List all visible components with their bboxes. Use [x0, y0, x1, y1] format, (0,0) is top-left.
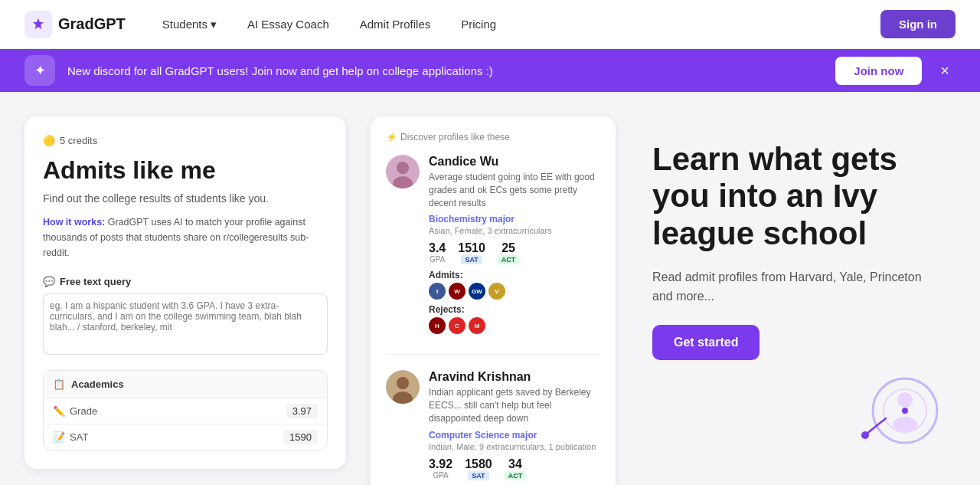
- free-text-icon: 💬: [43, 276, 55, 287]
- svg-point-8: [897, 392, 913, 408]
- svg-point-12: [902, 408, 908, 414]
- logo-text: GradGPT: [58, 15, 126, 33]
- discover-label: ⚡ Discover profiles like these: [386, 132, 600, 143]
- gpa-stat-candice: 3.4 GPA: [429, 241, 446, 264]
- sat-row: 📝 SAT 1590: [44, 424, 327, 450]
- svg-point-4: [397, 377, 409, 389]
- act-stat-aravind: 34 ACT: [505, 457, 527, 480]
- school-badge: W: [449, 283, 466, 300]
- admits-card: 🟡 5 credits Admits like me Find out the …: [24, 116, 346, 469]
- nav-students[interactable]: Students ▾: [150, 11, 229, 38]
- sat-stat-candice: 1510 SAT: [458, 241, 485, 264]
- school-badge: f: [429, 283, 446, 300]
- nav-links: Students ▾ AI Essay Coach Admit Profiles…: [150, 11, 880, 38]
- nav-pricing[interactable]: Pricing: [449, 11, 508, 37]
- profile-desc-aravind: Indian applicant gets saved by Berkeley …: [429, 386, 600, 424]
- academics-header: 📋 Academics: [44, 371, 327, 398]
- profile-aravind[interactable]: Aravind Krishnan Indian applicant gets s…: [386, 370, 600, 485]
- rejects-row-candice: Rejects: H C M: [429, 304, 600, 334]
- gpa-stat-aravind: 3.92 GPA: [429, 457, 452, 480]
- banner-text: New discord for all GradGPT users! Join …: [67, 64, 823, 77]
- signin-button[interactable]: Sign in: [880, 10, 956, 38]
- free-text-label: 💬 Free text query: [43, 276, 328, 287]
- grade-icon: ✏️: [53, 405, 65, 417]
- banner-close-button[interactable]: ×: [934, 59, 956, 83]
- grade-row: ✏️ Grade 3.97: [44, 398, 327, 424]
- main-content: 🟡 5 credits Admits like me Find out the …: [0, 92, 980, 485]
- school-badge: M: [469, 317, 485, 334]
- admit-badges-candice: f W GW V: [429, 283, 600, 300]
- profile-details-candice: Asian, Female, 3 extracurriculars: [429, 226, 600, 235]
- reject-badges-candice: H C M: [429, 317, 600, 334]
- svg-point-11: [861, 431, 869, 439]
- school-badge: C: [449, 317, 466, 334]
- academics-icon: 📋: [53, 378, 65, 390]
- navbar: GradGPT Students ▾ AI Essay Coach Admit …: [0, 0, 980, 49]
- academics-section: 📋 Academics ✏️ Grade 3.97 📝 SAT 1590: [43, 370, 328, 451]
- school-badge: H: [429, 317, 446, 334]
- sat-icon: 📝: [53, 431, 65, 443]
- profiles-card: ⚡ Discover profiles like these Candice W…: [371, 116, 616, 485]
- act-stat-candice: 25 ACT: [498, 241, 520, 264]
- logo-icon: [24, 11, 52, 38]
- profile-desc-candice: Average student going into EE with good …: [429, 171, 600, 209]
- hero-illustration: [851, 372, 943, 452]
- admits-title: Admits like me: [43, 156, 328, 185]
- avatar-candice: [386, 155, 420, 188]
- profile-details-aravind: Indian, Male, 9 extracurriculars, 1 publ…: [429, 442, 600, 451]
- nav-essay-coach[interactable]: AI Essay Coach: [235, 11, 341, 37]
- hero-description: Read admit profiles from Harvard, Yale, …: [652, 267, 943, 306]
- svg-point-1: [397, 162, 409, 174]
- grade-value: 3.97: [286, 404, 318, 418]
- profile-info-candice: Candice Wu Average student going into EE…: [429, 155, 600, 339]
- stats-row-aravind: 3.92 GPA 1580 SAT 34 ACT: [429, 457, 600, 480]
- hero-cta-button[interactable]: Get started: [652, 325, 760, 360]
- announcement-banner: ✦ New discord for all GradGPT users! Joi…: [0, 49, 980, 92]
- sat-stat-aravind: 1580 SAT: [465, 457, 492, 480]
- svg-line-10: [867, 418, 886, 434]
- credits-icon: 🟡: [43, 135, 55, 146]
- admits-row-candice: Admits: f W GW V: [429, 270, 600, 300]
- profile-name-candice: Candice Wu: [429, 155, 600, 169]
- sat-value: 1590: [283, 430, 318, 444]
- credits-badge: 🟡 5 credits: [43, 135, 328, 146]
- school-badge: V: [488, 283, 505, 300]
- school-badge: GW: [469, 283, 485, 300]
- profile-candice[interactable]: Candice Wu Average student going into EE…: [386, 155, 600, 355]
- nav-admit-profiles[interactable]: Admit Profiles: [348, 11, 443, 37]
- discover-icon: ⚡: [386, 132, 397, 143]
- how-it-works: How it works: GradGPT uses AI to match y…: [43, 215, 328, 261]
- chevron-down-icon: ▾: [211, 18, 217, 31]
- banner-icon: ✦: [24, 55, 55, 86]
- stats-row-candice: 3.4 GPA 1510 SAT 25 ACT: [429, 241, 600, 264]
- join-now-button[interactable]: Join now: [835, 57, 922, 85]
- profile-info-aravind: Aravind Krishnan Indian applicant gets s…: [429, 370, 600, 485]
- logo[interactable]: GradGPT: [24, 11, 126, 38]
- profile-major-candice: Biochemistry major: [429, 214, 600, 224]
- profile-name-aravind: Aravind Krishnan: [429, 370, 600, 384]
- avatar-aravind: [386, 370, 420, 404]
- hero-section: Learn what gets you into an Ivy league s…: [640, 116, 956, 477]
- svg-point-9: [893, 417, 917, 432]
- hero-title: Learn what gets you into an Ivy league s…: [652, 141, 943, 252]
- admits-description: Find out the college results of students…: [43, 191, 328, 207]
- profile-major-aravind: Computer Science major: [429, 430, 600, 441]
- free-text-input[interactable]: [43, 293, 328, 355]
